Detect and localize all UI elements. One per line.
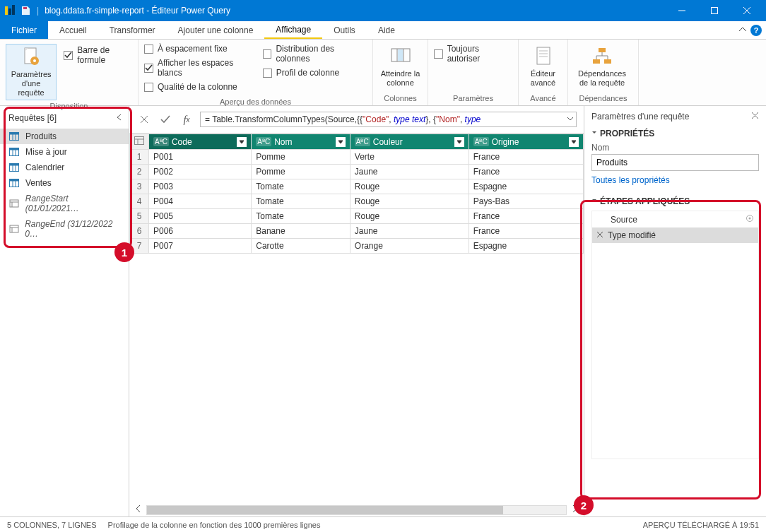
help-icon[interactable]: ? [750, 25, 762, 36]
all-properties-link[interactable]: Toutes les propriétés [591, 175, 759, 185]
ribbon-collapse-icon[interactable] [739, 25, 746, 35]
tab-tools[interactable]: Outils [322, 21, 367, 39]
column-dropdown-icon[interactable] [569, 137, 579, 147]
applied-steps-section[interactable]: ÉTAPES APPLIQUÉES [591, 196, 759, 206]
cancel-formula-icon[interactable] [136, 112, 152, 127]
query-name-input[interactable] [591, 154, 759, 171]
close-button[interactable] [731, 0, 763, 21]
column-dropdown-icon[interactable] [336, 137, 346, 147]
cell[interactable]: Rouge [350, 209, 469, 224]
goto-column-button[interactable]: Atteindre la colonne [379, 44, 422, 89]
tab-add-column[interactable]: Ajouter une colonne [167, 21, 265, 39]
cell[interactable]: Pomme [252, 165, 350, 179]
table-row[interactable]: 7P007CarotteOrangeEspagne [130, 239, 584, 254]
column-dropdown-icon[interactable] [454, 137, 464, 147]
applied-step[interactable]: Source [592, 211, 758, 227]
always-allow-checkbox[interactable]: Toujours autoriser [434, 44, 512, 64]
cell[interactable]: P004 [149, 194, 252, 209]
scroll-right-icon[interactable] [571, 504, 578, 515]
tab-file[interactable]: Fichier [0, 21, 48, 39]
column-header[interactable]: AᴮCOrigine [469, 134, 583, 150]
table-row[interactable]: 1P001PommeVerteFrance [130, 150, 584, 165]
status-profiling[interactable]: Profilage de la colonne en fonction des … [108, 521, 321, 529]
cell[interactable]: P001 [149, 150, 252, 165]
tab-home[interactable]: Accueil [48, 21, 98, 39]
cell[interactable]: Jaune [350, 165, 469, 179]
table-row[interactable]: 2P002PommeJauneFrance [130, 165, 584, 179]
row-number[interactable]: 7 [130, 239, 149, 254]
query-item[interactable]: Calendrier [0, 160, 129, 175]
row-number[interactable]: 5 [130, 209, 149, 224]
formula-bar-checkbox[interactable]: Barre de formule [64, 45, 132, 65]
query-item[interactable]: RangeStart (01/01/2021… [0, 191, 129, 216]
cell[interactable]: Tomate [252, 194, 350, 209]
table-row[interactable]: 6P006BananeJauneFrance [130, 224, 584, 239]
monospaced-checkbox[interactable]: À espacement fixe [144, 44, 256, 54]
row-number[interactable]: 2 [130, 165, 149, 179]
column-distribution-checkbox[interactable]: Distribution des colonnes [263, 44, 367, 64]
cell[interactable]: Pomme [252, 150, 350, 165]
cell[interactable]: Carotte [252, 239, 350, 254]
cell[interactable]: France [469, 209, 583, 224]
applied-step[interactable]: Type modifié [592, 227, 758, 243]
commit-formula-icon[interactable] [158, 112, 173, 127]
cell[interactable]: P007 [149, 239, 252, 254]
minimize-button[interactable] [666, 0, 698, 21]
cell[interactable]: Tomate [252, 179, 350, 194]
horizontal-scrollbar[interactable] [129, 503, 584, 516]
column-header[interactable]: AᴮCCouleur [350, 134, 469, 150]
cell[interactable]: P003 [149, 179, 252, 194]
row-number[interactable]: 1 [130, 150, 149, 165]
query-deps-button[interactable]: Dépendances de la requête [574, 44, 630, 89]
column-header[interactable]: AᴮCNom [252, 134, 350, 150]
formula-input[interactable]: = Table.TransformColumnTypes(Source,{{"C… [200, 112, 577, 127]
row-header-corner[interactable] [130, 134, 149, 150]
delete-step-icon[interactable] [596, 230, 603, 240]
data-grid[interactable]: AᴮCCodeAᴮCNomAᴮCCouleurAᴮCOrigine1P001Po… [129, 134, 584, 503]
query-item[interactable]: Mise à jour [0, 144, 129, 160]
cell[interactable]: Espagne [469, 179, 583, 194]
cell[interactable]: Rouge [350, 179, 469, 194]
column-profile-checkbox[interactable]: Profil de colonne [263, 68, 367, 78]
tab-transform[interactable]: Transformer [98, 21, 167, 39]
advanced-editor-button[interactable]: Éditeur avancé [524, 44, 562, 89]
cell[interactable]: Espagne [469, 239, 583, 254]
query-item[interactable]: RangeEnd (31/12/2022 0… [0, 216, 129, 242]
row-number[interactable]: 3 [130, 179, 149, 194]
query-item[interactable]: Produits [0, 129, 129, 144]
column-quality-checkbox[interactable]: Qualité de la colonne [144, 82, 256, 92]
table-row[interactable]: 3P003TomateRougeEspagne [130, 179, 584, 194]
query-settings-button[interactable]: Paramètres d'une requête [6, 44, 57, 100]
properties-section[interactable]: PROPRIÉTÉS [591, 129, 759, 138]
close-settings-icon[interactable] [751, 112, 759, 122]
cell[interactable]: P002 [149, 165, 252, 179]
table-row[interactable]: 5P005TomateRougeFrance [130, 209, 584, 224]
cell[interactable]: Banane [252, 224, 350, 239]
collapse-pane-icon[interactable] [116, 113, 123, 123]
cell[interactable]: Verte [350, 150, 469, 165]
cell[interactable]: France [469, 150, 583, 165]
cell[interactable]: P005 [149, 209, 252, 224]
cell[interactable]: Jaune [350, 224, 469, 239]
cell[interactable]: Orange [350, 239, 469, 254]
query-item[interactable]: Ventes [0, 175, 129, 191]
row-number[interactable]: 4 [130, 194, 149, 209]
cell[interactable]: Pays-Bas [469, 194, 583, 209]
maximize-button[interactable] [698, 0, 731, 21]
cell[interactable]: P006 [149, 224, 252, 239]
gear-icon[interactable] [746, 214, 754, 225]
column-dropdown-icon[interactable] [237, 137, 247, 147]
whitespace-checkbox[interactable]: Afficher les espaces blancs [144, 58, 256, 78]
formula-expand-icon[interactable] [567, 114, 574, 124]
tab-help[interactable]: Aide [367, 21, 406, 39]
fx-icon[interactable]: fx [179, 112, 194, 127]
scroll-left-icon[interactable] [135, 504, 142, 515]
cell[interactable]: France [469, 165, 583, 179]
cell[interactable]: France [469, 224, 583, 239]
tab-view[interactable]: Affichage [264, 21, 322, 39]
cell[interactable]: Tomate [252, 209, 350, 224]
column-header[interactable]: AᴮCCode [149, 134, 252, 150]
table-row[interactable]: 4P004TomateRougePays-Bas [130, 194, 584, 209]
save-icon[interactable] [18, 4, 33, 18]
row-number[interactable]: 6 [130, 224, 149, 239]
